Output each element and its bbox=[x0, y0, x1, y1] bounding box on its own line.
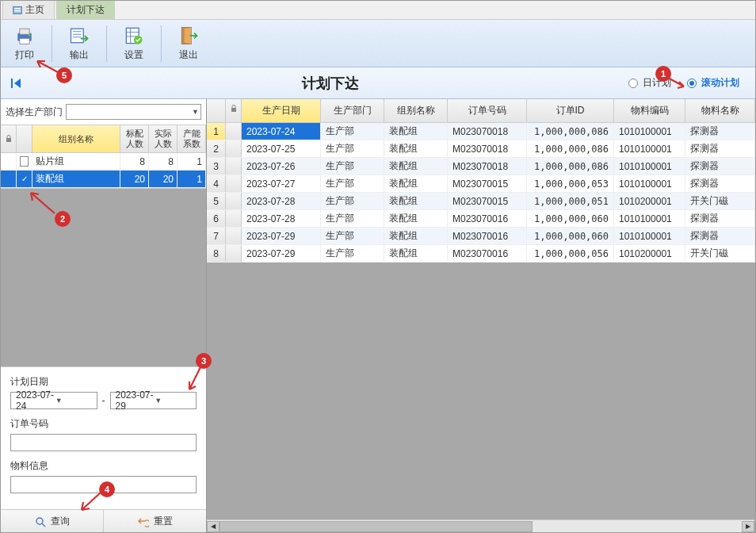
undo-icon bbox=[138, 516, 149, 527]
svg-rect-7 bbox=[71, 29, 84, 43]
table-row[interactable]: 5 2023-07-28 生产部 装配组 M023070015 1,000,00… bbox=[207, 193, 755, 210]
tab-home[interactable]: 主页 bbox=[2, 0, 55, 19]
cell-order: M023070018 bbox=[448, 140, 527, 157]
cell-matname: 探测器 bbox=[685, 210, 755, 227]
order-no-input[interactable] bbox=[10, 434, 197, 451]
query-button[interactable]: 查询 bbox=[1, 510, 104, 533]
cell-orderid: 1,000,000,086 bbox=[527, 140, 614, 157]
date-from-input[interactable]: 2023-07-24 ▼ bbox=[10, 392, 97, 409]
cell-matcode: 1010100001 bbox=[614, 140, 685, 157]
cell-matcode: 1010100001 bbox=[614, 175, 685, 192]
table-row[interactable]: 6 2023-07-28 生产部 装配组 M023070016 1,000,00… bbox=[207, 210, 755, 228]
table-row[interactable]: 1 2023-07-24 生产部 装配组 M023070018 1,000,00… bbox=[207, 123, 755, 140]
cell-order: M023070015 bbox=[448, 175, 527, 192]
date-to-input[interactable]: 2023-07-29 ▼ bbox=[110, 392, 197, 409]
cell-orderid: 1,000,000,086 bbox=[527, 123, 614, 140]
main-table: 生产日期 生产部门 组别名称 订单号码 订单ID 物料编码 物料名称 1 202… bbox=[207, 99, 755, 263]
col-matcode-header[interactable]: 物料编码 bbox=[614, 99, 685, 122]
group-cap-header[interactable]: 产能系数 bbox=[178, 125, 206, 152]
group-std-header[interactable]: 标配人数 bbox=[120, 125, 149, 152]
col-date-header[interactable]: 生产日期 bbox=[242, 99, 321, 122]
radio-rolling-plan[interactable]: 滚动计划 bbox=[687, 76, 739, 90]
first-page-icon[interactable] bbox=[10, 77, 24, 90]
cell-group: 装配组 bbox=[384, 158, 448, 174]
row-name-cell: 装配组 bbox=[32, 171, 120, 187]
settings-button[interactable]: 设置 bbox=[116, 23, 151, 64]
scroll-thumb[interactable] bbox=[220, 521, 533, 532]
cell-order: M023070015 bbox=[448, 193, 527, 209]
col-order-header[interactable]: 订单号码 bbox=[448, 99, 527, 122]
cell-lock bbox=[226, 140, 242, 157]
col-group-header[interactable]: 组别名称 bbox=[384, 99, 448, 122]
radio-icon bbox=[687, 79, 697, 88]
cell-lock bbox=[226, 193, 242, 209]
lock-icon bbox=[5, 135, 13, 143]
exit-button[interactable]: 退出 bbox=[171, 23, 206, 64]
cell-lock bbox=[226, 175, 242, 192]
group-table: 组别名称 标配人数 实际人数 产能系数 贴片组 8 8 1 装配组 20 20 … bbox=[1, 125, 206, 189]
tab-plan[interactable]: 计划下达 bbox=[56, 0, 115, 19]
cell-group: 装配组 bbox=[384, 228, 448, 244]
table-row[interactable]: 2 2023-07-25 生产部 装配组 M023070018 1,000,00… bbox=[207, 140, 755, 158]
cell-order: M023070018 bbox=[448, 158, 527, 174]
row-std-cell: 8 bbox=[120, 153, 149, 170]
cell-dept: 生产部 bbox=[321, 245, 384, 262]
cell-matname: 探测器 bbox=[685, 123, 755, 140]
group-name-header[interactable]: 组别名称 bbox=[32, 125, 120, 152]
exit-label: 退出 bbox=[179, 48, 198, 62]
chevron-down-icon: ▼ bbox=[55, 397, 95, 405]
radio-daily-plan[interactable]: 日计划 bbox=[628, 76, 671, 90]
cell-date: 2023-07-25 bbox=[242, 140, 321, 157]
reset-button[interactable]: 重置 bbox=[104, 510, 206, 533]
cell-rownum: 1 bbox=[207, 123, 226, 140]
table-row[interactable]: 7 2023-07-29 生产部 装配组 M023070016 1,000,00… bbox=[207, 228, 755, 245]
cell-matcode: 1010100001 bbox=[614, 210, 685, 227]
cell-dept: 生产部 bbox=[321, 123, 384, 140]
cell-rownum: 5 bbox=[207, 193, 226, 209]
lock-header bbox=[226, 99, 242, 122]
col-matname-header[interactable]: 物料名称 bbox=[685, 99, 755, 122]
export-button[interactable]: 输出 bbox=[62, 23, 97, 64]
check-col-header bbox=[17, 125, 32, 152]
toolbar: 打印 输出 设置 退出 bbox=[1, 20, 755, 67]
table-row[interactable]: 4 2023-07-27 生产部 装配组 M023070015 1,000,00… bbox=[207, 175, 755, 193]
material-label: 物料信息 bbox=[10, 459, 197, 473]
col-dept-header[interactable]: 生产部门 bbox=[321, 99, 384, 122]
settings-label: 设置 bbox=[124, 48, 143, 62]
search-icon bbox=[35, 516, 46, 527]
table-row[interactable]: 3 2023-07-26 生产部 装配组 M023070018 1,000,00… bbox=[207, 158, 755, 175]
settings-icon bbox=[123, 25, 145, 47]
table-row[interactable]: 8 2023-07-29 生产部 装配组 M023070016 1,000,00… bbox=[207, 245, 755, 263]
group-row[interactable]: 装配组 20 20 1 bbox=[1, 171, 206, 188]
main-table-wrap[interactable]: 生产日期 生产部门 组别名称 订单号码 订单ID 物料编码 物料名称 1 202… bbox=[207, 99, 755, 533]
cell-matname: 开关门磁 bbox=[685, 193, 755, 209]
plan-date-label: 计划日期 bbox=[10, 375, 197, 389]
col-orderid-header[interactable]: 订单ID bbox=[527, 99, 614, 122]
cell-matcode: 1010100001 bbox=[614, 123, 685, 140]
separator bbox=[52, 25, 52, 62]
group-row[interactable]: 贴片组 8 8 1 bbox=[1, 153, 206, 171]
cell-dept: 生产部 bbox=[321, 193, 384, 209]
cell-order: M023070016 bbox=[448, 210, 527, 227]
group-act-header[interactable]: 实际人数 bbox=[149, 125, 178, 152]
row-check-cell[interactable] bbox=[17, 153, 32, 170]
row-check-cell[interactable] bbox=[17, 171, 32, 187]
row-cap-cell: 1 bbox=[178, 171, 206, 187]
cell-orderid: 1,000,000,060 bbox=[527, 210, 614, 227]
cell-rownum: 6 bbox=[207, 210, 226, 227]
order-no-label: 订单号码 bbox=[10, 417, 197, 431]
material-input[interactable] bbox=[10, 476, 197, 493]
cell-dept: 生产部 bbox=[321, 140, 384, 157]
cell-lock bbox=[226, 228, 242, 244]
radio-daily-label: 日计划 bbox=[643, 76, 671, 90]
cell-matname: 探测器 bbox=[685, 140, 755, 157]
print-button[interactable]: 打印 bbox=[7, 23, 42, 64]
checkbox-icon bbox=[20, 156, 29, 167]
scroll-left-arrow[interactable]: ◀ bbox=[207, 521, 220, 532]
horizontal-scrollbar[interactable]: ◀ ▶ bbox=[207, 520, 754, 532]
scroll-track[interactable] bbox=[220, 521, 742, 532]
svg-rect-4 bbox=[20, 29, 29, 34]
tab-plan-label: 计划下达 bbox=[67, 3, 105, 17]
scroll-right-arrow[interactable]: ▶ bbox=[742, 521, 754, 532]
dept-combo[interactable]: ▼ bbox=[66, 104, 201, 120]
